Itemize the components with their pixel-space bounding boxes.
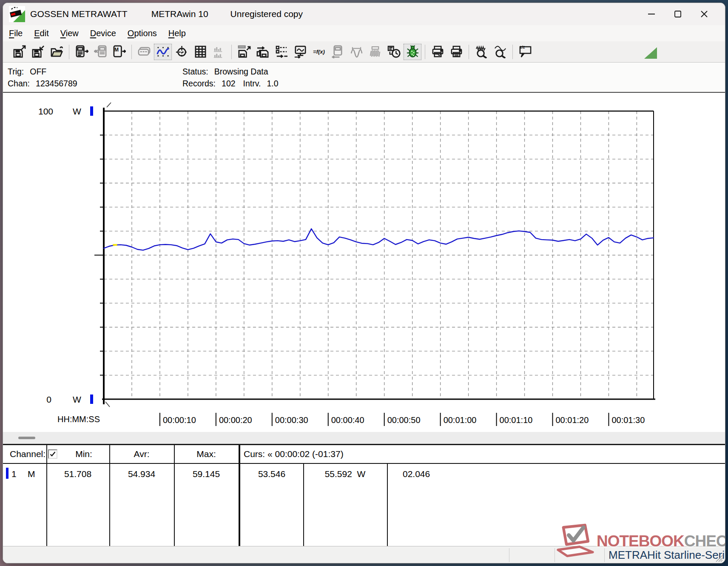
chart-panel[interactable]: 100 W 0 W HH:MM:SS 00:00:1000:00:2000:00… (3, 92, 725, 444)
trig-label: Trig: (8, 66, 24, 77)
min-header: Min: (58, 449, 109, 459)
toolbar-separator (512, 45, 513, 59)
zoom-in-button[interactable] (491, 43, 509, 60)
minimize-icon (647, 10, 656, 18)
maximize-button[interactable] (665, 5, 691, 23)
display-values-button[interactable] (135, 43, 154, 60)
x-tick-label: 00:01:10 (500, 415, 533, 425)
column-divider (239, 445, 240, 546)
bug-icon (406, 45, 419, 58)
minimize-button[interactable] (638, 5, 665, 23)
printer-list-icon (450, 45, 463, 58)
resize-corner-triangle (644, 47, 657, 59)
statusbar-divider (604, 548, 605, 562)
printer-chart-icon (431, 45, 444, 58)
interval-label: Intrv. (243, 77, 261, 89)
formula-button[interactable]: =f(x) (310, 43, 328, 60)
status-value: Browsing Data (214, 67, 268, 76)
time-sync-button[interactable] (384, 43, 403, 60)
toolbar: M =f(x) 1/2 (3, 41, 725, 63)
chart-view-button[interactable] (154, 43, 172, 60)
menu-bar: File Edit View Device Options Help (3, 25, 725, 41)
table-grid-icon (194, 45, 207, 58)
avr-value: 54.934 (109, 469, 174, 479)
data-transfer-button[interactable] (253, 43, 272, 60)
zoom-in-wave-icon (494, 45, 507, 58)
title-app-name: GOSSEN METRAWATT (30, 9, 128, 19)
menu-device[interactable]: Device (90, 29, 116, 38)
close-button[interactable] (691, 5, 717, 23)
zoom-out-button[interactable] (472, 43, 491, 60)
wave-envelope-button[interactable] (366, 43, 384, 60)
scrollbar-thumb[interactable] (18, 437, 35, 439)
meter-321-icon (75, 45, 88, 58)
menu-edit[interactable]: Edit (34, 29, 48, 38)
column-divider (109, 445, 110, 546)
toolbar-separator (69, 45, 69, 59)
debug-bug-button[interactable] (403, 43, 422, 60)
wave-markers-button[interactable] (347, 43, 366, 60)
waveform-chart-icon (156, 45, 170, 58)
x-tick-label: 00:00:30 (275, 415, 308, 425)
floppy-export-icon (13, 45, 26, 58)
menu-view[interactable]: View (60, 29, 79, 38)
app-window: GOSSEN METRAWATT METRAwin 10 Unregistere… (3, 3, 725, 563)
histogram-view-button[interactable] (210, 43, 228, 60)
device-read-button[interactable] (72, 43, 91, 60)
export-data-icon (238, 45, 251, 58)
monitor-wave-icon (294, 45, 307, 58)
monitor-view-button[interactable] (291, 43, 310, 60)
open-folder-icon (50, 45, 63, 58)
cursor-value-b-unit: W (357, 469, 366, 479)
x-tick-label: 00:01:20 (556, 415, 589, 425)
data-export-button[interactable] (235, 43, 253, 60)
corner-tick-top (107, 103, 111, 107)
save-export-button[interactable] (10, 43, 28, 60)
channel-list-button[interactable] (272, 43, 291, 60)
channel-visible-checkbox[interactable] (48, 449, 57, 459)
annotation-button[interactable]: 1/2 (516, 43, 535, 60)
x-tick-label: 00:00:50 (387, 415, 421, 425)
status-label: Status: (182, 66, 208, 77)
resize-grip-icon[interactable] (715, 555, 723, 562)
toolbar-separator (425, 45, 425, 59)
print-list-button[interactable] (447, 43, 466, 60)
menu-options[interactable]: Options (128, 29, 157, 38)
cursor-value-b: 55.592 W (303, 469, 387, 479)
crosshair-icon (175, 45, 188, 58)
check-icon (49, 451, 56, 457)
device-offline-button[interactable] (328, 43, 347, 60)
power-trend-chart[interactable]: 100 W 0 W HH:MM:SS 00:00:1000:00:2000:00… (3, 93, 725, 432)
title-bar: GOSSEN METRAWATT METRAwin 10 Unregistere… (3, 3, 725, 25)
device-write-button[interactable] (91, 43, 110, 60)
title-license: Unregistered copy (230, 9, 303, 19)
x-tick-label: 00:00:20 (219, 415, 252, 425)
window-controls (638, 3, 717, 25)
x-tick-label: 00:01:30 (611, 415, 645, 425)
x-axis-format-label: HH:MM:SS (57, 414, 100, 424)
cursor-header: Curs: « 00:00:02 (-01:37) (244, 449, 344, 459)
chart-horizontal-scrollbar[interactable] (3, 432, 725, 444)
channel-id: 1 (11, 469, 17, 479)
menu-help[interactable]: Help (168, 29, 186, 38)
column-divider (46, 445, 47, 546)
max-header: Max: (174, 449, 239, 459)
menu-file[interactable]: File (9, 29, 23, 38)
xy-view-button[interactable] (172, 43, 191, 60)
y-axis-bottom-label: 0 (46, 394, 51, 404)
save-import-button[interactable] (28, 43, 47, 60)
channel-mode: M (28, 469, 35, 479)
channel-header: Channel: (10, 449, 46, 459)
open-file-button[interactable] (47, 43, 66, 60)
x-tick-label: 00:01:00 (444, 415, 477, 425)
print-chart-button[interactable] (428, 43, 447, 60)
envelope-wave-icon (369, 45, 382, 58)
min-value: 51.708 (46, 469, 109, 479)
memory-read-button[interactable]: M (110, 43, 128, 60)
connected-device-name: METRAHit Starline-Seri (609, 549, 725, 562)
meter-offline-icon (331, 45, 344, 58)
cursor-value-c: 02.046 (403, 469, 430, 479)
table-view-button[interactable] (191, 43, 210, 60)
maximize-icon (674, 10, 682, 18)
x-tick-label: 00:00:10 (163, 415, 196, 425)
